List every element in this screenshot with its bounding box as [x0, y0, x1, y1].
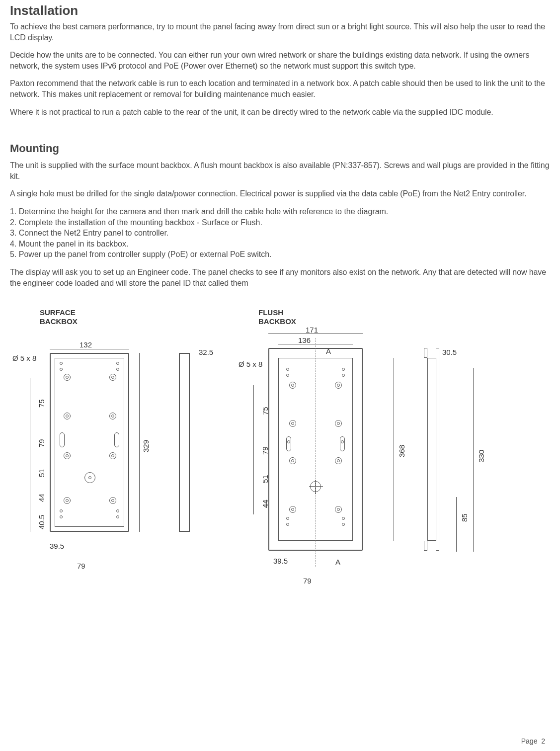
- surface-bighole: [109, 497, 116, 504]
- step-3: 3. Connect the Net2 Entry panel to contr…: [10, 228, 550, 239]
- dim-surface-79: 79: [37, 439, 46, 447]
- flush-bighole: [289, 506, 296, 513]
- para-mount-3: The display will ask you to set up an En…: [10, 267, 550, 288]
- page-number: 2: [541, 737, 545, 745]
- surface-slot: [60, 432, 65, 447]
- flush-slot: [286, 436, 291, 451]
- heading-mounting: Mounting: [10, 142, 550, 155]
- dim-flush-368: 368: [398, 445, 406, 457]
- step-1: 1. Determine the height for the camera a…: [10, 206, 550, 217]
- flush-bighole: [335, 382, 342, 389]
- para-install-1: To achieve the best camera performance, …: [10, 21, 550, 43]
- heading-installation: Installation: [10, 3, 550, 18]
- surface-backbox-title: SURFACE BACKBOX: [40, 308, 78, 326]
- flush-bighole: [335, 420, 342, 427]
- page-label: Page: [521, 737, 538, 745]
- dimline: [30, 378, 30, 532]
- dim-flush-136: 136: [298, 336, 311, 344]
- dim-flush-A-bot: A: [335, 558, 340, 566]
- step-2: 2. Complete the installation of the moun…: [10, 217, 550, 228]
- flush-bighole: [335, 506, 342, 513]
- flush-centerline: [316, 338, 316, 567]
- step-5: 5. Power up the panel from controller su…: [10, 249, 550, 260]
- flush-side-inner: [427, 358, 436, 541]
- para-mount-2: A single hole must be drilled for the si…: [10, 188, 550, 199]
- flush-bighole: [289, 457, 296, 464]
- dimline: [268, 333, 363, 334]
- dimline: [456, 497, 457, 552]
- dim-flush-75: 75: [261, 407, 269, 415]
- dim-surface-75: 75: [37, 399, 46, 408]
- surface-bighole: [64, 374, 71, 381]
- flush-side-lip: [424, 348, 427, 358]
- dimline: [473, 368, 474, 552]
- surface-bighole: [109, 374, 116, 381]
- dim-flush-44: 44: [261, 500, 269, 508]
- mounting-steps: 1. Determine the height for the camera a…: [10, 206, 550, 260]
- dim-surface-395: 39.5: [50, 542, 64, 550]
- para-install-3: Paxton recommend that the network cable …: [10, 78, 550, 99]
- flush-line2: BACKBOX: [258, 317, 296, 326]
- page-footer: Page 2: [521, 737, 545, 745]
- dim-flush-330: 330: [477, 450, 485, 462]
- surface-bighole: [109, 452, 116, 459]
- surface-bighole: [109, 413, 116, 419]
- surface-slot: [114, 432, 119, 447]
- dim-flush-A-top: A: [326, 347, 331, 355]
- surface-cable-hole: [84, 472, 95, 483]
- surface-bighole: [64, 413, 71, 419]
- flush-side-lip: [424, 541, 427, 551]
- dim-flush-305: 30.5: [442, 348, 457, 356]
- surface-side: [179, 353, 190, 532]
- dimline: [139, 353, 140, 532]
- dim-flush-395: 39.5: [273, 557, 288, 565]
- dimline: [278, 344, 353, 344]
- surface-line2: BACKBOX: [40, 317, 78, 326]
- dimline: [50, 349, 129, 349]
- flush-bighole: [335, 457, 342, 464]
- dim-surface-screw: Ø 5 x 8: [12, 354, 36, 362]
- dim-flush-79: 79: [261, 446, 269, 455]
- dim-surface-width: 132: [80, 340, 92, 349]
- flush-side-flange: [436, 348, 439, 551]
- diagrams-area: SURFACE BACKBOX FLUSH BACKBOX Ø 5 x 8 13…: [10, 308, 550, 631]
- dim-surface-44: 44: [37, 494, 46, 502]
- flush-backbox-title: FLUSH BACKBOX: [258, 308, 296, 326]
- dim-surface-405: 40.5: [37, 515, 46, 529]
- flush-bighole: [289, 420, 296, 427]
- surface-bighole: [64, 497, 71, 504]
- surface-line1: SURFACE: [40, 308, 76, 317]
- dim-flush-85: 85: [460, 513, 469, 522]
- dim-surface-51: 51: [37, 469, 46, 477]
- para-mount-1: The unit is supplied with the surface mo…: [10, 160, 550, 181]
- surface-bighole: [64, 452, 71, 459]
- dimline: [253, 385, 254, 514]
- step-4: 4. Mount the panel in its backbox.: [10, 239, 550, 250]
- flush-slot: [340, 436, 345, 451]
- flush-bighole: [289, 382, 296, 389]
- flush-line1: FLUSH: [258, 308, 283, 317]
- dim-surface-depth: 32.5: [199, 348, 213, 356]
- dim-surface-bot79: 79: [77, 562, 85, 570]
- para-install-4: Where it is not practical to run a patch…: [10, 107, 550, 118]
- dimline: [394, 358, 394, 541]
- dim-flush-bot79: 79: [303, 577, 312, 585]
- dim-surface-height: 329: [142, 440, 150, 452]
- dim-flush-51: 51: [261, 475, 269, 483]
- dim-flush-screw: Ø 5 x 8: [239, 360, 262, 368]
- para-install-2: Decide how the units are to be connected…: [10, 50, 550, 71]
